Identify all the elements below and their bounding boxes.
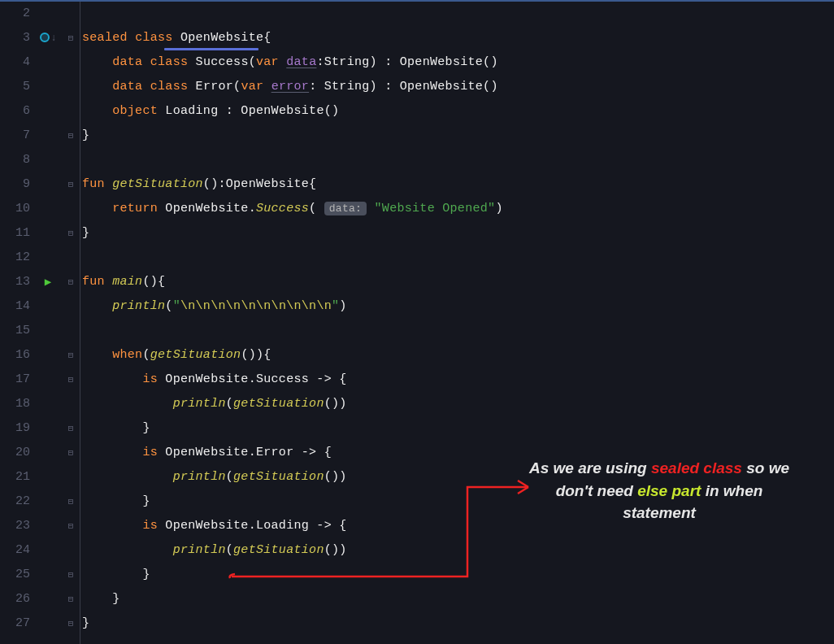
line-number: 2 [0,2,30,26]
gutter-cell [37,50,59,75]
line-number: 26 [0,587,30,611]
gutter-cell [37,172,59,197]
gutter-cell [37,368,59,392]
gutter-cell [37,514,59,538]
code-line[interactable]: println(getSituation()) [82,538,834,563]
line-number: 19 [0,416,30,441]
code-line[interactable] [82,148,834,172]
run-icon[interactable]: ▶ [37,270,59,294]
code-line[interactable]: sealed class OpenWebsite{ [82,26,834,50]
code-line[interactable] [82,319,834,343]
line-number: 24 [0,538,30,563]
gutter-cell [37,294,59,319]
code-line[interactable]: } [82,416,834,441]
gutter-cell [37,563,59,587]
gutter-cell [59,538,82,563]
code-line[interactable]: fun getSituation():OpenWebsite{ [82,172,834,197]
anno-text-1: As we are using [529,459,651,476]
line-number-gutter: 2345678910111213141516171819202122232425… [0,2,37,644]
gutter-cell [59,50,82,75]
gutter-cell [37,441,59,465]
fold-icon[interactable]: ⊟ [59,221,82,246]
line-number: 22 [0,490,30,514]
line-number: 5 [0,75,30,99]
line-number: 12 [0,246,30,270]
gutter-cell [37,538,59,563]
gutter-cell [37,75,59,99]
gutter-cell [59,246,82,270]
line-number: 8 [0,148,30,172]
line-number: 3 [0,26,30,50]
code-line[interactable]: println(getSituation()) [82,392,834,416]
code-line[interactable] [82,246,834,270]
line-number: 18 [0,392,30,416]
fold-icon[interactable]: ⊟ [59,563,82,587]
code-line[interactable]: } [82,587,834,611]
line-number: 10 [0,197,30,221]
code-line[interactable]: when(getSituation()){ [82,343,834,368]
selection-underline [164,48,258,50]
line-number: 20 [0,441,30,465]
fold-icon[interactable]: ⊟ [59,270,82,294]
line-number: 15 [0,319,30,343]
fold-icon[interactable]: ⊟ [59,26,82,50]
fold-icon[interactable]: ⊟ [59,441,82,465]
code-line[interactable]: } [82,221,834,246]
line-number: 17 [0,368,30,392]
fold-icon[interactable]: ⊟ [59,416,82,441]
code-line[interactable]: data class Error(var error: String) : Op… [82,75,834,99]
line-number: 21 [0,465,30,490]
gutter-cell [59,2,82,26]
gutter-cell [37,99,59,124]
line-number: 9 [0,172,30,197]
code-line[interactable]: object Loading : OpenWebsite() [82,99,834,124]
line-number: 16 [0,343,30,368]
gutter-cell [37,197,59,221]
gutter-cell [59,75,82,99]
line-number: 6 [0,99,30,124]
gutter-cell [59,294,82,319]
gutter-cell [37,319,59,343]
code-editor: 2345678910111213141516171819202122232425… [0,2,834,644]
code-line[interactable] [82,2,834,26]
gutter-cell [37,392,59,416]
code-line[interactable]: fun main(){ [82,270,834,294]
code-line[interactable]: } [82,124,834,148]
gutter-cell [37,465,59,490]
line-number: 13 [0,270,30,294]
gutter-cell [37,246,59,270]
line-number: 11 [0,221,30,246]
gutter-cell [59,99,82,124]
code-line[interactable]: println("\n\n\n\n\n\n\n\n\n\n") [82,294,834,319]
code-line[interactable]: return OpenWebsite.Success( data: "Websi… [82,197,834,221]
line-number: 23 [0,514,30,538]
gutter-cell [37,2,59,26]
code-line[interactable]: } [82,563,834,587]
gutter-cell [37,148,59,172]
gutter-cell [37,124,59,148]
code-line[interactable]: data class Success(var data:String) : Op… [82,50,834,75]
fold-icon[interactable]: ⊟ [59,368,82,392]
fold-icon[interactable]: ⊟ [59,514,82,538]
fold-icon[interactable]: ⊟ [59,490,82,514]
gutter-cell [59,319,82,343]
implementations-icon[interactable]: ↓ [37,26,59,50]
gutter-cell [59,197,82,221]
fold-icon[interactable]: ⊟ [59,611,82,636]
fold-icon[interactable]: ⊟ [59,124,82,148]
line-number: 25 [0,563,30,587]
gutter-cell [37,587,59,611]
fold-icon[interactable]: ⊟ [59,587,82,611]
fold-icon[interactable]: ⊟ [59,172,82,197]
gutter-cell [59,392,82,416]
code-content[interactable]: sealed class OpenWebsite{ data class Suc… [82,2,834,644]
gutter-cell [37,490,59,514]
anno-text-else: else part [637,482,701,499]
line-number: 7 [0,124,30,148]
line-number: 14 [0,294,30,319]
code-line[interactable]: is OpenWebsite.Success -> { [82,368,834,392]
code-line[interactable]: } [82,611,834,636]
line-number: 27 [0,611,30,636]
fold-icon[interactable]: ⊟ [59,343,82,368]
gutter-cell [37,343,59,368]
